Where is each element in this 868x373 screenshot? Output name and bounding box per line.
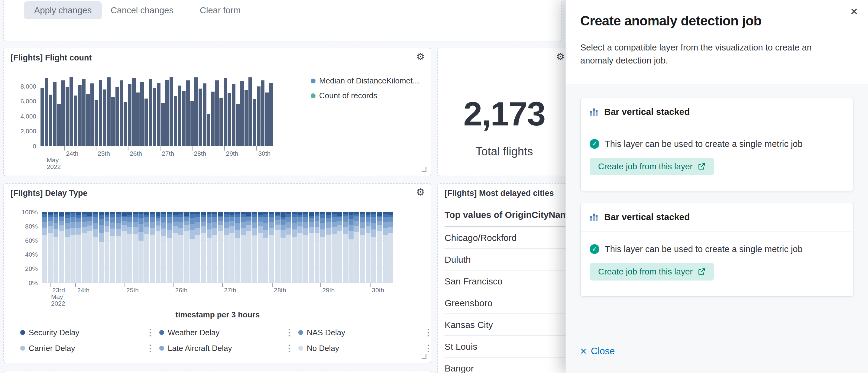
histogram-bar[interactable] <box>240 81 244 146</box>
histogram-bar[interactable] <box>227 93 231 146</box>
histogram-bar[interactable] <box>245 90 248 146</box>
histogram-bar[interactable] <box>269 83 273 146</box>
legend-item[interactable]: Weather Delay⋮ <box>159 326 294 339</box>
histogram-bar[interactable] <box>182 91 186 146</box>
stacked-bar[interactable] <box>161 212 166 283</box>
stacked-bar[interactable] <box>298 212 303 283</box>
histogram-bar[interactable] <box>194 77 198 146</box>
table-column-header[interactable]: Top values of OriginCityName <box>444 210 573 220</box>
stacked-bar[interactable] <box>218 212 223 283</box>
legend-item[interactable]: No Delay⋮ <box>298 342 433 355</box>
stacked-bar[interactable] <box>201 212 206 283</box>
stacked-bar[interactable] <box>189 212 195 283</box>
panel-resize-handle-icon[interactable] <box>422 354 427 359</box>
legend-item[interactable]: NAS Delay⋮ <box>298 326 433 339</box>
histogram-bar[interactable] <box>66 87 69 146</box>
histogram-bar[interactable] <box>128 84 131 146</box>
stacked-bar[interactable] <box>224 212 229 283</box>
stacked-bar[interactable] <box>150 212 155 283</box>
histogram-bar[interactable] <box>49 95 53 146</box>
stacked-bar[interactable] <box>246 212 251 283</box>
histogram-bar[interactable] <box>69 77 73 146</box>
create-job-button[interactable]: Create job from this layer <box>590 263 714 280</box>
histogram-bar[interactable] <box>107 77 111 146</box>
stacked-bar[interactable] <box>371 212 376 283</box>
histogram-bar[interactable] <box>149 79 152 146</box>
histogram-bar[interactable] <box>248 77 252 146</box>
stacked-bar[interactable] <box>389 212 394 283</box>
stacked-bar[interactable] <box>195 212 200 283</box>
histogram-bar[interactable] <box>145 98 148 146</box>
stacked-bar[interactable] <box>292 212 297 283</box>
close-flyout-button[interactable]: × Close <box>580 346 615 357</box>
stacked-bar[interactable] <box>42 212 47 283</box>
histogram-bar[interactable] <box>111 97 115 146</box>
legend-options-kebab-icon[interactable]: ⋮ <box>284 344 294 353</box>
stacked-bar[interactable] <box>65 212 70 283</box>
stacked-bar[interactable] <box>354 212 359 283</box>
histogram-bar[interactable] <box>215 81 219 146</box>
stacked-bar[interactable] <box>184 212 189 283</box>
stacked-bar[interactable] <box>178 212 183 283</box>
histogram-bar[interactable] <box>120 81 123 146</box>
histogram-bar[interactable] <box>103 90 106 146</box>
stacked-bar[interactable] <box>93 212 98 283</box>
stacked-bar[interactable] <box>326 212 331 283</box>
histogram-bar[interactable] <box>207 114 211 146</box>
stacked-bar[interactable] <box>315 212 320 283</box>
legend-options-kebab-icon[interactable]: ⋮ <box>145 344 155 353</box>
histogram-bar[interactable] <box>74 95 78 146</box>
histogram-bar[interactable] <box>153 88 157 146</box>
legend-options-kebab-icon[interactable]: ⋮ <box>424 328 433 337</box>
histogram-bar[interactable] <box>161 103 165 146</box>
legend-options-kebab-icon[interactable]: ⋮ <box>145 328 155 337</box>
histogram-bar[interactable] <box>57 104 61 146</box>
stacked-bar[interactable] <box>332 212 337 283</box>
stacked-bar[interactable] <box>269 212 274 283</box>
legend-options-kebab-icon[interactable]: ⋮ <box>424 344 433 353</box>
stacked-bar[interactable] <box>59 212 64 283</box>
histogram-bar[interactable] <box>186 81 190 146</box>
histogram-bar[interactable] <box>116 87 119 146</box>
stacked-bar[interactable] <box>280 212 286 283</box>
stacked-bar[interactable] <box>275 212 280 283</box>
histogram-bar[interactable] <box>165 80 169 146</box>
stacked-bar[interactable] <box>337 212 342 283</box>
stacked-bar[interactable] <box>212 212 217 283</box>
histogram-bar[interactable] <box>78 85 82 146</box>
histogram-bar[interactable] <box>99 80 102 146</box>
stacked-bar[interactable] <box>127 212 132 283</box>
stacked-bar[interactable] <box>348 212 353 283</box>
stacked-bar[interactable] <box>133 212 138 283</box>
stacked-bar[interactable] <box>156 212 161 283</box>
gear-icon[interactable]: ⚙ <box>415 186 426 198</box>
histogram-bar[interactable] <box>124 102 127 146</box>
histogram-bar[interactable] <box>236 104 240 146</box>
stacked-bar[interactable] <box>343 212 348 283</box>
stacked-bar[interactable] <box>360 212 365 283</box>
stacked-bar[interactable] <box>48 212 53 283</box>
legend-item[interactable]: Late Aircraft Delay⋮ <box>159 342 294 355</box>
stacked-bar[interactable] <box>173 212 178 283</box>
histogram-bar[interactable] <box>211 92 215 146</box>
histogram-bar[interactable] <box>178 86 181 146</box>
cancel-changes-button[interactable]: Cancel changes <box>111 1 174 19</box>
stacked-bar[interactable] <box>144 212 149 283</box>
stacked-bar[interactable] <box>76 212 81 283</box>
stacked-bar[interactable] <box>99 212 104 283</box>
legend-item[interactable]: Median of DistanceKilomet... <box>311 76 419 86</box>
histogram-bar[interactable] <box>82 79 86 146</box>
panel-resize-handle-icon[interactable] <box>422 167 427 172</box>
histogram-bar[interactable] <box>169 77 173 146</box>
histogram-bar[interactable] <box>136 93 140 146</box>
stacked-bar[interactable] <box>303 212 308 283</box>
gear-icon[interactable]: ⚙ <box>555 51 566 63</box>
histogram-bar[interactable] <box>86 94 90 146</box>
histogram-bar[interactable] <box>45 78 49 146</box>
histogram-bar[interactable] <box>257 87 260 146</box>
histogram-bar[interactable] <box>261 81 265 146</box>
stacked-bar[interactable] <box>377 212 382 283</box>
stacked-bar[interactable] <box>286 212 291 283</box>
stacked-bar[interactable] <box>87 212 92 283</box>
create-job-button[interactable]: Create job from this layer <box>590 158 714 175</box>
